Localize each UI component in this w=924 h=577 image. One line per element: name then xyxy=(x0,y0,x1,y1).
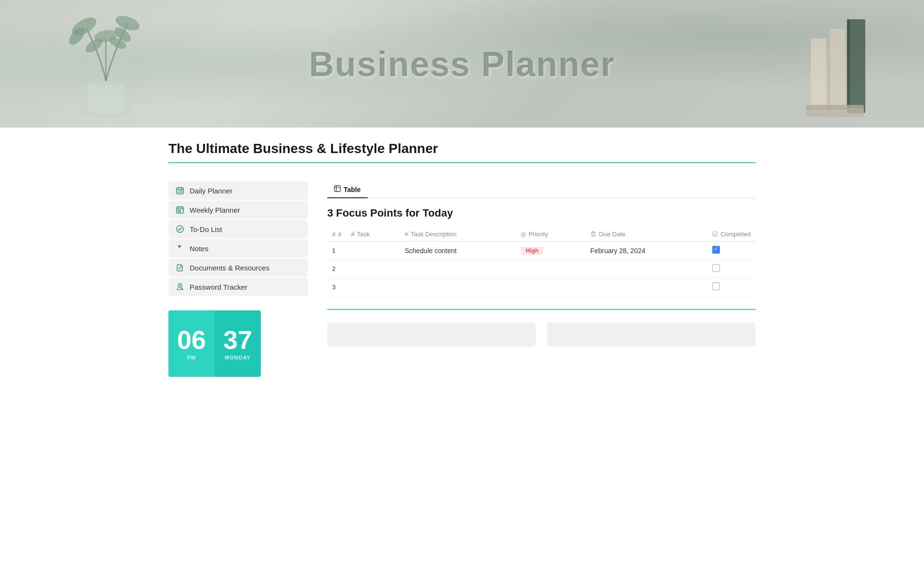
sidebar: Daily Planner Weekly Planner xyxy=(168,181,308,377)
tab-table[interactable]: Table xyxy=(327,181,368,198)
col-header-num: # # xyxy=(327,227,346,242)
row2-task xyxy=(346,260,399,278)
col-duedate-label: Due Date xyxy=(599,231,626,238)
col-completed-icon: ☑ xyxy=(712,231,718,238)
sidebar-item-documents[interactable]: Documents & Resources xyxy=(168,258,308,277)
row3-task-desc xyxy=(400,278,516,296)
clock-hour-block: 06 PM xyxy=(168,310,215,377)
col-duedate-icon: 🗓 xyxy=(590,231,597,238)
svg-rect-14 xyxy=(811,38,826,113)
documents-label: Documents & Resources xyxy=(190,264,270,272)
focus-table-header: # # # Task xyxy=(327,227,756,242)
svg-rect-22 xyxy=(180,211,181,212)
col-priority-label: Priority xyxy=(528,231,548,238)
hero-plant-decoration xyxy=(38,0,173,128)
col-header-due-date: 🗓 Due Date xyxy=(586,227,708,242)
row2-checkbox[interactable] xyxy=(712,264,720,272)
col-priority-icon: ◎ xyxy=(521,231,526,238)
table-row: 1 Schedule content High February 28, 202… xyxy=(327,242,756,260)
daily-planner-label: Daily Planner xyxy=(190,187,232,195)
clock-day-label: MONDAY xyxy=(225,355,251,360)
sidebar-item-password-tracker[interactable]: Password Tracker xyxy=(168,278,308,296)
hero-title: Business Planner xyxy=(309,44,615,84)
row1-due-date: February 28, 2024 xyxy=(586,242,708,260)
row2-due-date xyxy=(586,260,708,278)
sidebar-item-todo-list[interactable]: To-Do List xyxy=(168,220,308,238)
password-tracker-label: Password Tracker xyxy=(190,283,247,291)
row3-num: 3 xyxy=(327,278,346,296)
bottom-card-right xyxy=(547,322,756,346)
row1-checkbox[interactable] xyxy=(712,246,720,254)
row1-priority: High xyxy=(516,242,585,260)
hero-books-decoration xyxy=(780,0,886,128)
bottom-cards xyxy=(327,322,756,346)
col-num-label: # xyxy=(338,231,341,238)
bottom-card-left xyxy=(327,322,536,346)
svg-point-25 xyxy=(180,285,181,286)
page-body: The Ultimate Business & Lifestyle Planne… xyxy=(125,128,799,377)
svg-rect-12 xyxy=(828,29,845,113)
focus-table-title: 3 Focus Points for Today xyxy=(327,207,756,219)
focus-table: # # # Task xyxy=(327,227,756,296)
row3-task xyxy=(346,278,399,296)
hero-banner: Business Planner xyxy=(0,0,924,128)
col-task-label: Task xyxy=(357,231,370,238)
documents-icon xyxy=(175,263,185,272)
page-title-section: The Ultimate Business & Lifestyle Planne… xyxy=(168,128,756,181)
svg-rect-16 xyxy=(806,105,864,110)
tabs-bar: Table xyxy=(327,181,756,198)
sidebar-item-notes[interactable]: Notes xyxy=(168,239,308,257)
table-tab-icon xyxy=(334,185,341,193)
col-desc-label: Task Description xyxy=(411,231,456,238)
table-row: 2 xyxy=(327,260,756,278)
col-desc-icon: ≡ xyxy=(405,231,409,238)
svg-rect-20 xyxy=(180,210,181,211)
sidebar-item-weekly-planner[interactable]: Weekly Planner xyxy=(168,201,308,219)
page-title: The Ultimate Business & Lifestyle Planne… xyxy=(168,141,756,156)
row3-priority xyxy=(516,278,585,296)
svg-rect-1 xyxy=(87,82,125,113)
col-num-icon: # xyxy=(332,231,335,238)
row1-task xyxy=(346,242,399,260)
daily-planner-icon xyxy=(175,186,185,195)
clock-period-label: PM xyxy=(187,355,196,360)
row1-num: 1 xyxy=(327,242,346,260)
notes-icon xyxy=(175,244,185,253)
svg-rect-13 xyxy=(828,29,830,113)
clock-minute-value: 37 xyxy=(223,327,252,353)
sidebar-item-daily-planner[interactable]: Daily Planner xyxy=(168,181,308,200)
col-header-priority: ◎ Priority xyxy=(516,227,585,242)
teal-divider-top xyxy=(168,162,756,163)
svg-rect-11 xyxy=(847,19,850,113)
row3-completed[interactable] xyxy=(707,278,756,296)
row1-priority-badge: High xyxy=(521,246,543,255)
col-header-task: # Task xyxy=(346,227,399,242)
focus-table-section: 3 Focus Points for Today # # xyxy=(327,207,756,310)
focus-table-body: 1 Schedule content High February 28, 202… xyxy=(327,242,756,296)
weekly-planner-label: Weekly Planner xyxy=(190,206,240,214)
col-completed-label: Completed xyxy=(720,231,751,238)
table-row: 3 xyxy=(327,278,756,296)
col-header-task-desc: ≡ Task Description xyxy=(400,227,516,242)
password-tracker-icon xyxy=(175,282,185,292)
row3-checkbox[interactable] xyxy=(712,282,720,290)
row2-completed[interactable] xyxy=(707,260,756,278)
todo-list-label: To-Do List xyxy=(190,225,222,233)
row1-completed[interactable] xyxy=(707,242,756,260)
row3-due-date xyxy=(586,278,708,296)
table-tab-label: Table xyxy=(344,186,361,193)
svg-rect-21 xyxy=(178,211,179,212)
clock-widget: 06 PM 37 MONDAY xyxy=(168,310,261,377)
row1-task-desc: Schedule content xyxy=(400,242,516,260)
col-task-icon: # xyxy=(351,231,354,238)
main-layout: Daily Planner Weekly Planner xyxy=(168,181,756,377)
todo-list-icon xyxy=(175,224,185,234)
svg-rect-26 xyxy=(334,186,340,192)
notes-label: Notes xyxy=(190,244,208,253)
main-content: Table 3 Focus Points for Today # # xyxy=(327,181,756,346)
clock-hour-value: 06 xyxy=(177,327,206,353)
clock-minute-block: 37 MONDAY xyxy=(215,310,261,377)
weekly-planner-icon xyxy=(175,205,185,215)
col-header-completed: ☑ Completed xyxy=(707,227,756,242)
row2-num: 2 xyxy=(327,260,346,278)
